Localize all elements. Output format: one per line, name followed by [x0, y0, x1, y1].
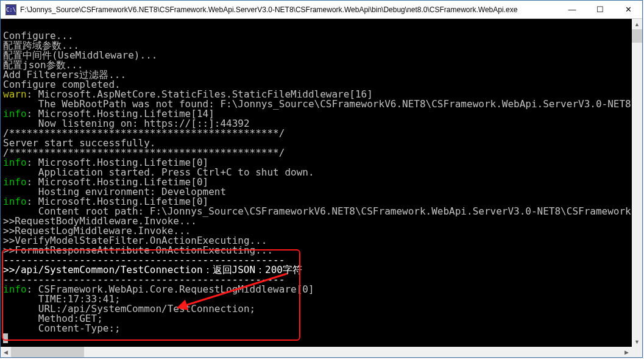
- scroll-right-button[interactable]: ▶: [621, 347, 632, 357]
- app-icon: C:\: [5, 4, 16, 15]
- vertical-scroll-track[interactable]: [632, 29, 642, 336]
- minimize-button[interactable]: —: [558, 1, 586, 18]
- scroll-left-button[interactable]: ◀: [1, 347, 11, 357]
- maximize-button[interactable]: ☐: [586, 1, 614, 18]
- vertical-scroll-thumb[interactable]: [632, 29, 642, 43]
- scroll-up-button[interactable]: ▲: [632, 19, 642, 29]
- cursor-line: [3, 332, 8, 344]
- horizontal-scroll-track[interactable]: [11, 347, 621, 357]
- close-button[interactable]: ✕: [614, 1, 642, 18]
- console-output[interactable]: Configure... 配置跨域参数... 配置中间件(UseMiddlewa…: [1, 19, 642, 357]
- cursor: [3, 333, 8, 343]
- titlebar[interactable]: C:\ F:\Jonnys_Source\CSFrameworkV6.NET8\…: [1, 1, 642, 19]
- scroll-down-button[interactable]: ▼: [632, 336, 642, 347]
- horizontal-scroll-thumb[interactable]: [11, 347, 84, 357]
- window-title: F:\Jonnys_Source\CSFrameworkV6.NET8\CSFr…: [20, 5, 558, 14]
- app-window: C:\ F:\Jonnys_Source\CSFrameworkV6.NET8\…: [0, 0, 643, 358]
- scrollbar-corner: [632, 347, 642, 357]
- horizontal-scrollbar[interactable]: ◀ ▶: [1, 347, 632, 357]
- log-line: Content-Type:;: [3, 322, 121, 334]
- window-buttons: — ☐ ✕: [558, 1, 642, 18]
- vertical-scrollbar[interactable]: ▲ ▼: [632, 19, 642, 347]
